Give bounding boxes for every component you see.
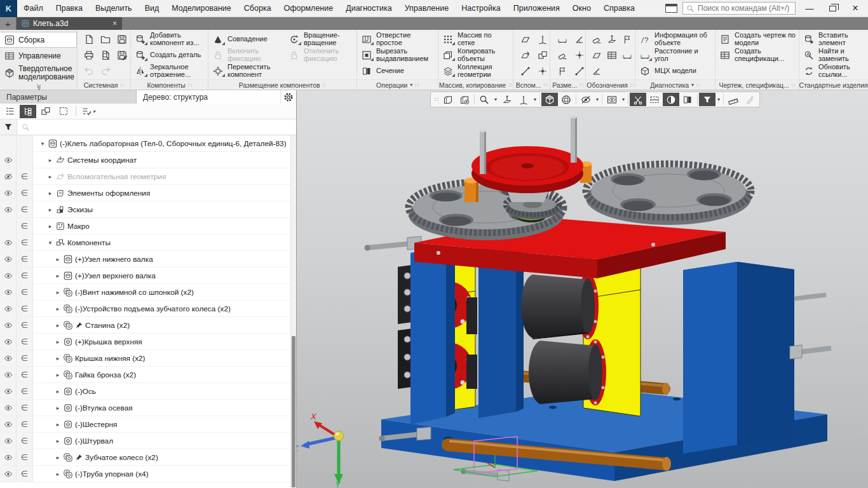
- zoom-area-icon[interactable]: [476, 93, 492, 106]
- tab-tree-structure[interactable]: Дерево: структура: [137, 90, 281, 104]
- group-dropdown-icon[interactable]: ▾: [691, 82, 694, 88]
- tree-item-upper-cover[interactable]: ∈ ▸(+)Крышка верхняя: [0, 334, 296, 350]
- dropdown-icon[interactable]: ▾: [620, 97, 627, 102]
- close-button[interactable]: ×: [846, 2, 864, 15]
- sketch-placement-icon[interactable]: [456, 93, 473, 106]
- menu-applications[interactable]: Приложения: [507, 0, 566, 17]
- marking-icon[interactable]: [589, 48, 605, 62]
- expand-arrow-icon[interactable]: ▸: [55, 256, 61, 262]
- leader-line-icon[interactable]: [620, 32, 635, 46]
- expand-arrow-icon[interactable]: ▸: [47, 207, 53, 213]
- expand-arrow-icon[interactable]: ▸: [55, 454, 61, 461]
- group-grip-icon[interactable]: ∷: [544, 82, 548, 88]
- print-icon[interactable]: [81, 48, 97, 62]
- rotation-rotation-button[interactable]: Вращение-вращение: [288, 31, 358, 47]
- group-grip-icon[interactable]: ∷: [323, 82, 327, 88]
- tab-close-icon[interactable]: ×: [112, 19, 117, 28]
- object-filter-icon[interactable]: [699, 93, 715, 106]
- object-info-button[interactable]: Информация об объекте: [639, 31, 712, 47]
- minimize-button[interactable]: —: [801, 2, 818, 15]
- geometry-collection-button[interactable]: Коллекция геометрии: [442, 63, 510, 79]
- group-grip-icon[interactable]: ∷: [580, 82, 583, 88]
- distance-angle-button[interactable]: Расстояние и угол: [639, 47, 712, 63]
- wireframe-display-icon[interactable]: [558, 93, 574, 106]
- visibility-eye-icon[interactable]: [0, 433, 17, 449]
- normal-to-icon[interactable]: [499, 93, 515, 106]
- mode-management[interactable]: Управление: [0, 48, 77, 64]
- radial-dimension-icon[interactable]: [554, 48, 570, 62]
- angular-dimension-icon[interactable]: [571, 32, 587, 46]
- visibility-eye-icon[interactable]: [0, 185, 17, 201]
- tree-scrollbar-thumb[interactable]: [292, 336, 295, 487]
- group-grip-icon[interactable]: ∷: [188, 82, 192, 88]
- command-search-input[interactable]: [698, 4, 792, 13]
- position-mark-icon[interactable]: [604, 48, 620, 62]
- update-links-button[interactable]: Обновить ссылки...: [803, 63, 868, 79]
- diametral-dimension-icon[interactable]: [571, 48, 587, 62]
- roughness-icon[interactable]: [589, 32, 605, 46]
- menu-modeling[interactable]: Моделирование: [165, 0, 238, 17]
- trim-display-icon[interactable]: [630, 93, 646, 106]
- enable-fixation-button[interactable]: Включить фиксацию: [212, 47, 288, 63]
- undo-icon[interactable]: [81, 64, 97, 78]
- expand-arrow-icon[interactable]: ▸: [55, 421, 61, 428]
- tree-item-coordinate-systems[interactable]: ▸Системы координат: [0, 152, 296, 168]
- menu-assembly[interactable]: Сборка: [238, 0, 278, 17]
- group-grip-icon[interactable]: ∷: [508, 82, 512, 88]
- mode-assembly[interactable]: Сборка: [0, 32, 77, 48]
- cut-line-icon[interactable]: [589, 64, 605, 78]
- new-tab-button[interactable]: +: [0, 17, 17, 30]
- create-part-button[interactable]: Создать деталь: [134, 47, 205, 63]
- visibility-eye-icon[interactable]: [0, 367, 17, 383]
- construction-axis-icon[interactable]: [517, 64, 533, 78]
- dropdown-icon[interactable]: ▾: [594, 97, 600, 102]
- visibility-eye-icon[interactable]: [0, 284, 17, 300]
- expand-arrow-icon[interactable]: ▸: [55, 405, 61, 411]
- tree-item-root[interactable]: ▾(-)Клеть лабораторная (Тел-0, Сборочных…: [0, 135, 296, 152]
- tree-item-handwheel[interactable]: ∈ ▸(-)Штурвал: [0, 433, 296, 449]
- tree-components-view-icon[interactable]: [37, 105, 54, 118]
- visibility-eye-icon[interactable]: [0, 201, 17, 217]
- visibility-eye-icon[interactable]: [0, 449, 17, 465]
- base-mark-icon[interactable]: [604, 32, 620, 46]
- dropdown-icon[interactable]: ▾: [532, 97, 538, 102]
- expand-arrow-icon[interactable]: ▸: [55, 438, 61, 444]
- tree-item-gear-lift-device[interactable]: ∈ ▸(-)Устройство подъема зубчатого колес…: [0, 301, 296, 317]
- expand-arrow-icon[interactable]: ▸: [47, 190, 53, 196]
- collapse-modes-icon[interactable]: ≫: [35, 83, 42, 90]
- linear-dimension-icon[interactable]: [554, 32, 570, 46]
- tree-item-axial-bushing[interactable]: ∈ ▸(-)Втулка осевая: [0, 400, 296, 416]
- visibility-eye-icon[interactable]: [0, 400, 17, 416]
- tree-selection-box-icon[interactable]: [55, 105, 72, 118]
- create-specification-button[interactable]: Создать спецификаци...: [719, 47, 796, 63]
- tree-filter-list-icon[interactable]: ▾: [80, 105, 97, 118]
- tree-item-pinion[interactable]: ∈ ▸(-)Шестерня: [0, 416, 296, 433]
- grid-array-button[interactable]: Массив по сетке: [442, 31, 510, 47]
- dropdown-icon[interactable]: ▾: [715, 97, 722, 102]
- tree-item-lower-cover[interactable]: ∈ ▸Крышка нижняя (x2): [0, 350, 296, 367]
- hide-objects-icon[interactable]: [578, 93, 594, 106]
- datum-icon[interactable]: [554, 64, 570, 78]
- move-component-button[interactable]: Переместить компонент: [212, 63, 288, 79]
- dropdown-icon[interactable]: ▾: [492, 97, 499, 102]
- tree-search-input[interactable]: [34, 123, 292, 132]
- visibility-eye-icon[interactable]: [0, 234, 17, 250]
- menu-management[interactable]: Управление: [398, 0, 456, 17]
- tree-item-lower-roll-unit[interactable]: ∈ ▸(+)Узел нижнего валка: [0, 251, 296, 268]
- group-grip-icon[interactable]: ∷: [630, 82, 634, 88]
- expand-arrow-icon[interactable]: ▸: [55, 322, 61, 329]
- tree-list-view-icon[interactable]: [2, 105, 18, 118]
- tree-structure-view-icon[interactable]: [20, 105, 36, 118]
- menu-styling[interactable]: Оформление: [278, 0, 340, 17]
- control-point-icon[interactable]: [534, 48, 550, 62]
- menu-select[interactable]: Выделить: [89, 0, 139, 17]
- collapse-arrow-icon[interactable]: ▾: [47, 240, 53, 246]
- visibility-eye-icon[interactable]: [0, 301, 17, 316]
- tree-item-bronze-nut[interactable]: ∈ ▸Гайка бронза (x2): [0, 367, 296, 383]
- tree-item-press-screw[interactable]: ∈ ▸(-)Винт нажимной со шпонкой (x2): [0, 284, 296, 301]
- visibility-eye-icon[interactable]: [0, 383, 17, 399]
- construction-plane-icon[interactable]: [517, 32, 533, 46]
- spiral-icon[interactable]: [534, 64, 550, 78]
- leader-icon[interactable]: [571, 64, 587, 78]
- local-cs-icon[interactable]: [534, 32, 550, 46]
